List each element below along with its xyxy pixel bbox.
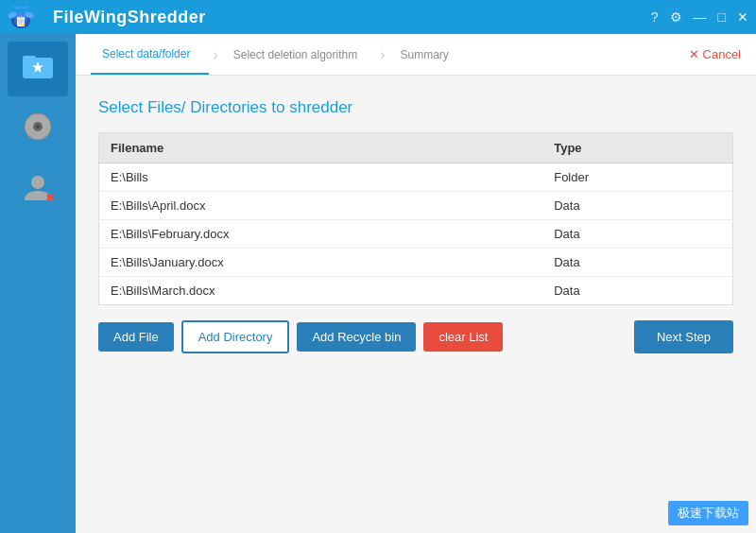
cell-type: Data bbox=[542, 192, 732, 220]
svg-point-19 bbox=[31, 176, 44, 189]
table-row[interactable]: E:\Bills\March.docxData bbox=[99, 277, 733, 305]
title-bar-left: FileWingShredder bbox=[8, 3, 206, 31]
svg-marker-4 bbox=[20, 6, 29, 9]
action-bar: Add File Add Directory Add Recycle bin c… bbox=[98, 320, 733, 353]
main-layout: Select data/folder › Select deletion alg… bbox=[0, 34, 756, 533]
clear-list-button[interactable]: clear List bbox=[423, 322, 503, 352]
cell-type: Data bbox=[542, 277, 732, 305]
title-bar: FileWingShredder ? ⚙ — □ ✕ bbox=[0, 0, 756, 34]
watermark: 极速下载站 bbox=[668, 501, 748, 525]
sidebar-item-user[interactable] bbox=[8, 163, 68, 217]
content-area: Select data/folder › Select deletion alg… bbox=[76, 34, 756, 533]
settings-button[interactable]: ⚙ bbox=[670, 9, 682, 25]
sidebar-item-shredder[interactable] bbox=[8, 42, 68, 96]
next-step-button[interactable]: Next Step bbox=[634, 320, 733, 353]
file-table: Filename Type E:\BillsFolderE:\Bills\Apr… bbox=[98, 132, 733, 305]
step-summary[interactable]: Summary bbox=[388, 34, 467, 75]
cancel-button[interactable]: ✕ Cancel bbox=[689, 47, 741, 61]
step-bar: Select data/folder › Select deletion alg… bbox=[76, 34, 756, 76]
cell-filename: E:\Bills\February.docx bbox=[99, 220, 543, 249]
cell-filename: E:\Bills\April.docx bbox=[99, 192, 543, 220]
cell-filename: E:\Bills\March.docx bbox=[99, 277, 543, 305]
cell-type: Data bbox=[542, 220, 732, 249]
close-button[interactable]: ✕ bbox=[737, 9, 748, 25]
cell-filename: E:\Bills bbox=[99, 163, 543, 192]
help-button[interactable]: ? bbox=[651, 9, 659, 25]
user-icon bbox=[21, 170, 55, 211]
table-row[interactable]: E:\Bills\April.docxData bbox=[99, 192, 733, 220]
add-directory-button[interactable]: Add Directory bbox=[181, 320, 290, 353]
svg-rect-14 bbox=[23, 56, 36, 60]
table-row[interactable]: E:\BillsFolder bbox=[99, 163, 733, 192]
cell-type: Folder bbox=[542, 163, 732, 192]
sidebar bbox=[0, 34, 76, 533]
drive-icon bbox=[21, 110, 55, 150]
svg-rect-8 bbox=[19, 16, 23, 18]
shredder-icon bbox=[20, 48, 56, 91]
step-sep-1: › bbox=[213, 46, 217, 63]
col-header-type: Type bbox=[542, 133, 732, 163]
minimize-button[interactable]: — bbox=[694, 9, 707, 25]
page-content: Select Files/ Directories to shredder Fi… bbox=[76, 76, 756, 533]
app-title: FileWingShredder bbox=[53, 8, 206, 27]
step-sep-2: › bbox=[380, 46, 385, 63]
cancel-x-icon: ✕ bbox=[689, 47, 699, 61]
page-title: Select Files/ Directories to shredder bbox=[98, 98, 733, 117]
cell-filename: E:\Bills\January.docx bbox=[99, 249, 543, 277]
table-row[interactable]: E:\Bills\February.docxData bbox=[99, 220, 733, 249]
col-header-filename: Filename bbox=[99, 133, 543, 163]
add-recycle-bin-button[interactable]: Add Recycle bin bbox=[297, 322, 416, 352]
maximize-button[interactable]: □ bbox=[718, 9, 726, 25]
svg-point-18 bbox=[36, 125, 40, 129]
title-bar-controls: ? ⚙ — □ ✕ bbox=[651, 9, 748, 25]
sidebar-item-drive[interactable] bbox=[8, 102, 68, 157]
cell-type: Data bbox=[542, 249, 732, 277]
table-row[interactable]: E:\Bills\January.docxData bbox=[99, 249, 733, 277]
app-logo bbox=[8, 3, 45, 31]
step-select-data[interactable]: Select data/folder bbox=[91, 34, 209, 75]
add-file-button[interactable]: Add File bbox=[98, 322, 174, 352]
step-deletion-algorithm[interactable]: Select deletion algorithm bbox=[222, 34, 376, 75]
